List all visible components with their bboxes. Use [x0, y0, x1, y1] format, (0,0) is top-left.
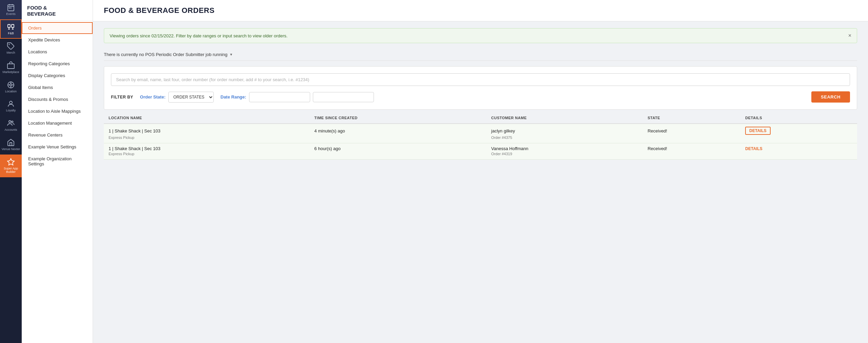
details-link-boxed[interactable]: DETAILS — [745, 127, 770, 135]
search-button[interactable]: SEARCH — [811, 91, 850, 103]
sidebar-header: FOOD & BEVERAGE — [22, 0, 93, 21]
order-states-select[interactable]: ORDER STATES — [168, 92, 214, 103]
cell-order-number: Order #4319 — [487, 152, 643, 160]
alert-close-button[interactable]: × — [848, 33, 851, 39]
date-range-label: Date Range: — [221, 94, 246, 100]
order-state-label: Order State: — [140, 94, 166, 100]
col-header-state: STATE — [643, 112, 740, 124]
merch-icon — [7, 42, 15, 50]
cell-customer-name: jaclyn gilkey — [487, 124, 643, 136]
cell-location-name: 1 | Shake Shack | Sec 103 — [104, 124, 309, 136]
sidebar-item-loyalty[interactable]: Loyalty — [0, 96, 22, 116]
sidebar-item-reporting-categories[interactable]: Reporting Categories — [22, 58, 93, 70]
sidebar-item-location-aisle-mappings[interactable]: Location to Aisle Mappings — [22, 105, 93, 117]
svg-point-21 — [9, 121, 11, 123]
cell-state: Received! — [643, 124, 740, 136]
sidebar-item-display-categories[interactable]: Display Categories — [22, 70, 93, 82]
sidebar-item-location-management[interactable]: Location Management — [22, 117, 93, 129]
icon-rail: Events F&B Merch Marketplace Location — [0, 0, 22, 343]
sidebar-item-location[interactable]: Location — [0, 77, 22, 97]
sidebar-item-venue-nexter[interactable]: Venue Nexter — [0, 135, 22, 155]
cell-time-since-created: 6 hour(s) ago — [309, 143, 486, 152]
sidebar-item-revenue-centers[interactable]: Revenue Centers — [22, 129, 93, 141]
pos-status-dropdown-arrow[interactable]: ▼ — [229, 53, 233, 56]
sidebar-item-fnb[interactable]: F&B — [0, 19, 22, 39]
sidebar: FOOD & BEVERAGE Orders Xpedite Devices L… — [22, 0, 93, 343]
alert-message: Viewing orders since 02/15/2022. Filter … — [110, 33, 287, 38]
calendar-icon — [7, 3, 15, 12]
details-link[interactable]: DETAILS — [745, 146, 762, 151]
location-icon — [7, 81, 15, 89]
col-header-details: DETAILS — [740, 112, 857, 124]
pos-status-bar: There is currently no POS Periodic Order… — [104, 49, 857, 61]
order-state-filter-group: Order State: ORDER STATES — [140, 92, 214, 103]
alert-banner: Viewing orders since 02/15/2022. Filter … — [104, 28, 857, 43]
svg-rect-13 — [7, 64, 14, 69]
svg-point-22 — [12, 121, 13, 123]
col-header-customer-name: CUSTOMER NAME — [487, 112, 643, 124]
svg-point-20 — [10, 101, 12, 104]
date-to-input[interactable] — [313, 92, 374, 102]
date-range-filter-group: Date Range: — [221, 92, 374, 102]
filter-row: FILTER BY Order State: ORDER STATES Date… — [111, 91, 850, 103]
table-header-row: LOCATION NAME TIME SINCE CREATED CUSTOME… — [104, 112, 857, 124]
cell-customer-name: Vanessa Hoffmann — [487, 143, 643, 152]
main-content-area: FOOD & BEVERAGE ORDERS Viewing orders si… — [93, 0, 868, 343]
table-row: 1 | Shake Shack | Sec 103 6 hour(s) ago … — [104, 143, 857, 152]
accounts-icon — [7, 119, 15, 127]
svg-rect-5 — [11, 7, 12, 8]
svg-point-12 — [9, 44, 10, 45]
filter-by-label: FILTER BY — [111, 95, 133, 100]
cell-location-name: 1 | Shake Shack | Sec 103 — [104, 143, 309, 152]
sidebar-nav: Orders Xpedite Devices Locations Reporti… — [22, 21, 93, 171]
sidebar-item-xpedite-devices[interactable]: Xpedite Devices — [22, 34, 93, 46]
sidebar-item-marketplace[interactable]: Marketplace — [0, 58, 22, 77]
page-title: FOOD & BEVERAGE ORDERS — [104, 6, 857, 15]
svg-rect-4 — [9, 7, 10, 8]
cell-sub-label: Express Pickup — [104, 152, 309, 160]
svg-rect-7 — [12, 24, 14, 28]
sidebar-item-discounts-promos[interactable]: Discounts & Promos — [22, 93, 93, 105]
fnb-icon — [7, 23, 15, 31]
sidebar-item-locations[interactable]: Locations — [22, 46, 93, 58]
table-row-sub: Express Pickup Order #4375 — [104, 136, 857, 143]
main-content: Viewing orders since 02/15/2022. Filter … — [93, 21, 868, 343]
svg-marker-23 — [7, 159, 14, 165]
table-row: 1 | Shake Shack | Sec 103 4 minute(s) ag… — [104, 124, 857, 136]
col-header-time-since-created: TIME SINCE CREATED — [309, 112, 486, 124]
sidebar-item-example-venue-settings[interactable]: Example Venue Settings — [22, 141, 93, 153]
cell-order-number: Order #4375 — [487, 136, 643, 143]
sidebar-item-accounts[interactable]: Accounts — [0, 116, 22, 135]
cell-details: DETAILS — [740, 143, 857, 152]
pos-status-message: There is currently no POS Periodic Order… — [104, 52, 227, 57]
cell-sub-label: Express Pickup — [104, 136, 309, 143]
sidebar-item-super-app-builder[interactable]: Super App Builder — [0, 155, 22, 177]
search-input[interactable] — [111, 73, 850, 86]
sidebar-item-events[interactable]: Events — [0, 0, 22, 19]
sidebar-item-merch[interactable]: Merch — [0, 39, 22, 58]
svg-rect-6 — [8, 24, 10, 28]
sidebar-item-orders[interactable]: Orders — [22, 22, 93, 34]
sidebar-item-example-org-settings[interactable]: Example Organization Settings — [22, 153, 93, 170]
loyalty-icon — [7, 100, 15, 108]
marketplace-icon — [7, 61, 15, 70]
sidebar-item-global-items[interactable]: Global Items — [22, 82, 93, 93]
page-header: FOOD & BEVERAGE ORDERS — [93, 0, 868, 21]
cell-details: DETAILS — [740, 124, 857, 136]
cell-state: Received! — [643, 143, 740, 152]
table-row-sub: Express Pickup Order #4319 — [104, 152, 857, 160]
cell-time-since-created: 4 minute(s) ago — [309, 124, 486, 136]
orders-table: LOCATION NAME TIME SINCE CREATED CUSTOME… — [104, 112, 857, 160]
col-header-location-name: LOCATION NAME — [104, 112, 309, 124]
svg-point-15 — [10, 84, 12, 86]
search-section: FILTER BY Order State: ORDER STATES Date… — [104, 66, 857, 110]
date-from-input[interactable] — [249, 92, 310, 102]
builder-icon — [7, 158, 15, 166]
venue-icon — [7, 139, 15, 147]
